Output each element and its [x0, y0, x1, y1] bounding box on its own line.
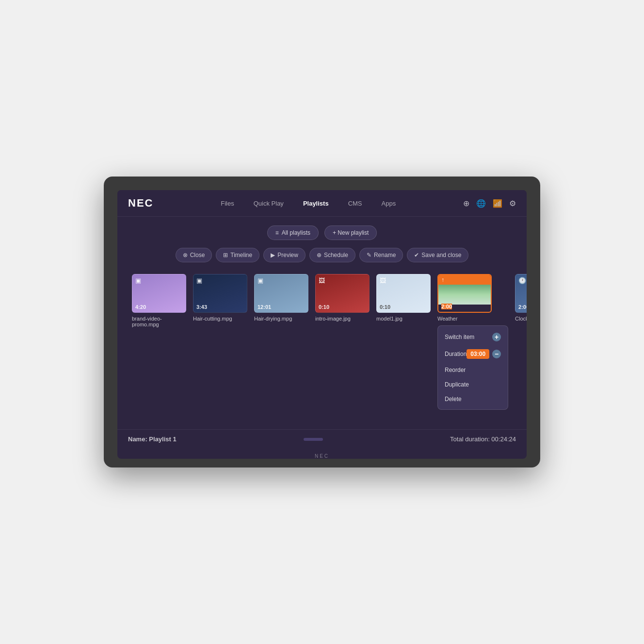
- schedule-icon: ⊕: [317, 252, 322, 258]
- duration-3: 12:01: [258, 304, 271, 310]
- add-icon[interactable]: ⊕: [463, 199, 469, 208]
- video-icon-2: ▣: [196, 277, 202, 284]
- duration-label: Duration: [445, 351, 467, 357]
- top-bar: NEC Files Quick Play Playlists CMS Apps …: [117, 190, 527, 217]
- thumb-clock: 🕐 2:00: [515, 274, 527, 313]
- new-playlist-label: + New playlist: [333, 229, 369, 236]
- timeline-label: Timeline: [230, 252, 252, 258]
- close-button[interactable]: ⊗ Close: [176, 248, 212, 262]
- duration-1: 4:20: [135, 304, 146, 310]
- toolbar: ⊗ Close ⊞ Timeline ▶ Preview ⊕ Schedule …: [132, 248, 512, 262]
- duplicate-label: Duplicate: [445, 381, 469, 388]
- video-icon-1: ▣: [135, 277, 141, 284]
- image-icon-5: 🖼: [380, 277, 386, 284]
- ctx-delete[interactable]: Delete: [438, 392, 508, 406]
- all-playlists-label: All playlists: [282, 229, 310, 236]
- top-icons: ⊕ 🌐 📶 ⚙: [463, 199, 516, 208]
- duration-value[interactable]: 03:00: [467, 349, 489, 359]
- media-row: ▣ 4:20 brand-video-promo.mpg ▣ 3:43 Hair…: [132, 274, 512, 415]
- schedule-button[interactable]: ⊕ Schedule: [309, 248, 355, 262]
- thumb-weather: ↑ 2:00: [437, 274, 492, 313]
- total-duration: Total duration: 00:24:24: [450, 435, 516, 443]
- list-icon: ≡: [275, 229, 279, 236]
- label-3: Hair-drying.mpg: [254, 316, 292, 322]
- duration-minus-icon[interactable]: −: [492, 350, 501, 358]
- all-playlists-button[interactable]: ≡ All playlists: [267, 225, 319, 240]
- weather-up-icon: ↑: [441, 276, 444, 283]
- switch-item-label: Switch item: [445, 334, 474, 340]
- preview-icon: ▶: [271, 252, 275, 258]
- nav-items: Files Quick Play Playlists CMS Apps: [217, 198, 400, 209]
- delete-label: Delete: [445, 396, 462, 402]
- nec-logo: NEC: [128, 197, 153, 209]
- media-item-1[interactable]: ▣ 4:20 brand-video-promo.mpg: [132, 274, 186, 327]
- media-item-3[interactable]: ▣ 12:01 Hair-drying.mpg: [254, 274, 308, 322]
- nav-cms[interactable]: CMS: [344, 198, 366, 209]
- label-weather: Weather: [437, 316, 457, 322]
- video-icon-3: ▣: [258, 277, 263, 284]
- ctx-duplicate[interactable]: Duplicate: [438, 377, 508, 392]
- duration-2: 3:43: [196, 304, 207, 310]
- thumb-5: 🖼 0:10: [376, 274, 431, 313]
- preview-button[interactable]: ▶ Preview: [263, 248, 306, 262]
- screen: NEC Files Quick Play Playlists CMS Apps …: [117, 190, 527, 459]
- thumb-1: ▣ 4:20: [132, 274, 186, 313]
- switch-item-plus-icon[interactable]: +: [492, 333, 501, 341]
- monitor: NEC Files Quick Play Playlists CMS Apps …: [104, 177, 540, 467]
- bottom-bar: Name: Playlist 1 Total duration: 00:24:2…: [117, 429, 527, 449]
- wifi-icon[interactable]: 📶: [493, 199, 502, 208]
- clock-icon: 🕐: [518, 277, 526, 284]
- label-2: Hair-cutting.mpg: [193, 316, 232, 322]
- rename-icon: ✎: [367, 252, 371, 258]
- timeline-icon: ⊞: [223, 252, 228, 258]
- image-icon-4: 🖼: [319, 277, 325, 284]
- label-4: intro-image.jpg: [315, 316, 351, 322]
- media-item-clock[interactable]: 🕐 2:00 Clock: [515, 274, 527, 322]
- duration-4: 0:10: [319, 304, 329, 310]
- close-icon: ⊗: [183, 252, 188, 258]
- timeline-button[interactable]: ⊞ Timeline: [216, 248, 259, 262]
- media-item-2[interactable]: ▣ 3:43 Hair-cutting.mpg: [193, 274, 247, 322]
- media-item-4[interactable]: 🖼 0:10 intro-image.jpg: [315, 274, 370, 322]
- label-1: brand-video-promo.mpg: [132, 316, 186, 327]
- thumb-2: ▣ 3:43: [193, 274, 247, 313]
- bottom-brand-label: NEC: [315, 453, 329, 459]
- media-item-5[interactable]: 🖼 0:10 model1.jpg: [376, 274, 431, 322]
- save-icon: ✔: [414, 252, 419, 258]
- nav-apps[interactable]: Apps: [378, 198, 400, 209]
- reorder-label: Reorder: [445, 367, 466, 373]
- ctx-duration[interactable]: Duration 03:00 −: [438, 345, 508, 363]
- settings-icon[interactable]: ⚙: [509, 199, 516, 208]
- weather-duration: 2:00: [441, 304, 452, 309]
- scroll-indicator[interactable]: [304, 438, 323, 441]
- content-area: ≡ All playlists + New playlist ⊗ Close ⊞…: [117, 217, 527, 424]
- ctx-switch-item[interactable]: Switch item +: [438, 329, 508, 345]
- globe-icon[interactable]: 🌐: [476, 199, 486, 208]
- rename-label: Rename: [374, 252, 396, 258]
- duration-controls: 03:00 −: [467, 349, 501, 359]
- nav-playlists[interactable]: Playlists: [299, 198, 333, 209]
- nav-quickplay[interactable]: Quick Play: [250, 198, 288, 209]
- nav-files[interactable]: Files: [217, 198, 238, 209]
- save-close-button[interactable]: ✔ Save and close: [407, 248, 468, 262]
- thumb-3: ▣ 12:01: [254, 274, 308, 313]
- duration-5: 0:10: [380, 304, 390, 310]
- schedule-label: Schedule: [324, 252, 348, 258]
- context-menu: Switch item + Duration 03:00 − Reorder: [437, 325, 508, 410]
- label-5: model1.jpg: [376, 316, 402, 322]
- monitor-bottom-brand: NEC: [117, 451, 527, 459]
- new-playlist-button[interactable]: + New playlist: [324, 225, 377, 240]
- close-label: Close: [190, 252, 205, 258]
- preview-label: Preview: [277, 252, 298, 258]
- playlist-actions: ≡ All playlists + New playlist: [132, 225, 512, 240]
- playlist-name: Name: Playlist 1: [128, 435, 177, 443]
- media-item-weather[interactable]: ↑ 2:00 Weather Switch item + Duration: [437, 274, 508, 410]
- duration-clock: 2:00: [518, 304, 527, 310]
- rename-button[interactable]: ✎ Rename: [359, 248, 403, 262]
- label-clock: Clock: [515, 316, 527, 322]
- thumb-4: 🖼 0:10: [315, 274, 370, 313]
- ctx-reorder[interactable]: Reorder: [438, 363, 508, 377]
- save-close-label: Save and close: [421, 252, 461, 258]
